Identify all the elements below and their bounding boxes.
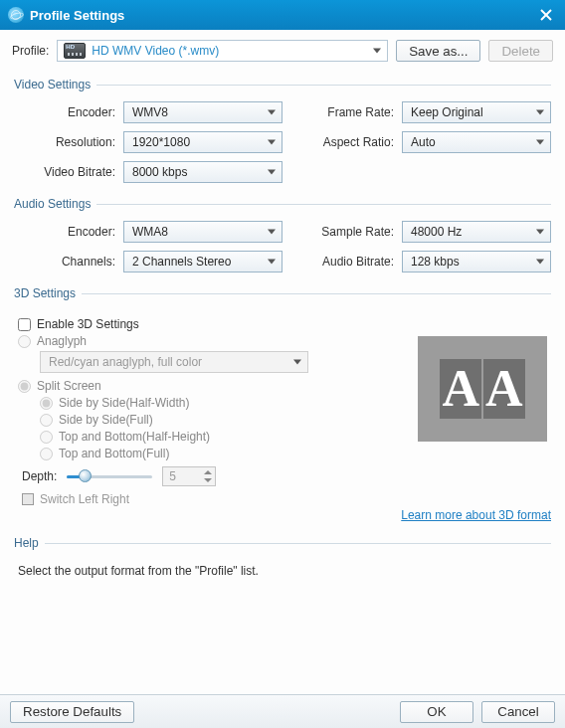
aspect-ratio-label: Aspect Ratio: (312, 135, 402, 149)
slider-thumb-icon[interactable] (79, 469, 92, 482)
sample-rate-label: Sample Rate: (312, 225, 402, 239)
help-group: Help Select the output format from the "… (14, 536, 551, 578)
delete-button: Delete (488, 40, 553, 62)
video-settings-legend: Video Settings (14, 78, 96, 91)
footer: Restore Defaults OK Cancel (0, 694, 565, 728)
restore-defaults-button[interactable]: Restore Defaults (10, 701, 134, 723)
profile-label: Profile: (12, 44, 49, 58)
channels-select[interactable]: 2 Channels Stereo (123, 251, 282, 273)
window-title: Profile Settings (30, 8, 124, 23)
app-icon (8, 7, 24, 23)
video-bitrate-select[interactable]: 8000 kbps (123, 161, 282, 183)
close-button[interactable] (535, 6, 557, 24)
help-text: Select the output format from the "Profi… (18, 564, 551, 578)
chevron-down-icon (268, 110, 276, 115)
resolution-select[interactable]: 1920*1080 (123, 131, 282, 153)
channels-label: Channels: (14, 255, 123, 269)
video-encoder-select[interactable]: WMV8 (123, 101, 282, 123)
chevron-down-icon (536, 230, 544, 235)
chevron-down-icon (536, 110, 544, 115)
video-settings-group: Video Settings Encoder: WMV8 Frame Rate:… (14, 78, 551, 183)
anaglyph-type-select: Red/cyan anaglyph, full color (40, 351, 308, 373)
audio-bitrate-label: Audio Bitrate: (312, 255, 402, 269)
audio-bitrate-select[interactable]: 128 kbps (402, 251, 551, 273)
profile-value: HD WMV Video (*.wmv) (92, 44, 219, 58)
video-encoder-label: Encoder: (14, 105, 123, 119)
chevron-down-icon (268, 230, 276, 235)
resolution-label: Resolution: (14, 135, 123, 149)
checkbox-icon (22, 493, 34, 505)
titlebar: Profile Settings (0, 0, 565, 30)
chevron-down-icon (268, 260, 276, 265)
three-d-legend: 3D Settings (14, 286, 82, 300)
chevron-down-icon (373, 49, 381, 54)
enable-3d-checkbox[interactable]: Enable 3D Settings (18, 317, 551, 331)
depth-slider[interactable] (67, 468, 152, 484)
aspect-ratio-select[interactable]: Auto (402, 131, 551, 153)
chevron-down-icon (268, 170, 276, 175)
three-d-preview: AA (418, 336, 547, 442)
audio-settings-group: Audio Settings Encoder: WMA8 Sample Rate… (14, 197, 551, 273)
help-legend: Help (14, 536, 45, 550)
chevron-down-icon (293, 360, 301, 365)
save-as-button[interactable]: Save as... (396, 40, 480, 62)
chevron-down-icon (536, 140, 544, 145)
close-icon (540, 9, 552, 21)
depth-spinner: 5 (162, 466, 216, 486)
ok-button[interactable]: OK (400, 701, 473, 723)
depth-label: Depth: (22, 469, 57, 483)
video-bitrate-label: Video Bitrate: (14, 165, 123, 179)
chevron-down-icon (536, 260, 544, 265)
switch-left-right-checkbox: Switch Left Right (22, 492, 551, 506)
tb-full-radio: Top and Bottom(Full) (40, 447, 551, 460)
audio-encoder-select[interactable]: WMA8 (123, 221, 282, 243)
frame-rate-label: Frame Rate: (312, 105, 402, 119)
audio-settings-legend: Audio Settings (14, 197, 96, 211)
learn-more-3d-link[interactable]: Learn more about 3D format (401, 508, 551, 522)
audio-encoder-label: Encoder: (14, 225, 123, 239)
three-d-settings-group: 3D Settings AA Enable 3D Settings Anagly… (14, 286, 551, 522)
cancel-button[interactable]: Cancel (481, 701, 555, 723)
frame-rate-select[interactable]: Keep Original (402, 101, 551, 123)
hd-video-icon (64, 43, 86, 59)
sample-rate-select[interactable]: 48000 Hz (402, 221, 551, 243)
profile-select[interactable]: HD WMV Video (*.wmv) (57, 40, 388, 62)
chevron-down-icon (268, 140, 276, 145)
